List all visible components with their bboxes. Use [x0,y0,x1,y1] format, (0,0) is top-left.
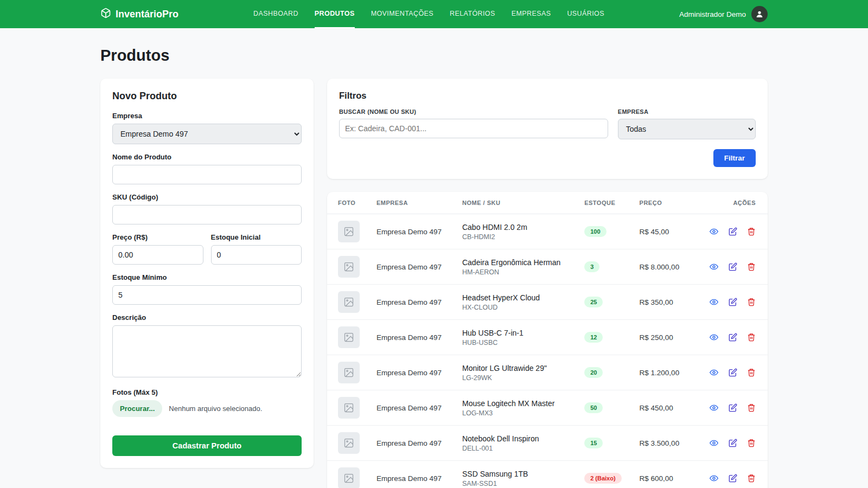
delete-button[interactable] [745,225,758,238]
edit-icon [729,262,737,271]
eye-icon [710,262,718,271]
table-row: Empresa Demo 497 Monitor LG Ultrawide 29… [327,355,768,390]
navbar: InventárioPro DASHBOARD PRODUTOS MOVIMEN… [0,0,868,28]
estoque-inicial-label: Estoque Inicial [211,233,302,241]
eye-icon [710,439,718,447]
descricao-textarea[interactable] [112,325,302,377]
row-preco: R$ 45,00 [633,214,691,249]
image-icon [343,261,354,272]
user-menu[interactable]: Administrador Demo [679,6,768,22]
edit-button[interactable] [726,260,739,273]
cadastrar-produto-button[interactable]: Cadastrar Produto [112,435,302,456]
edit-button[interactable] [726,225,739,238]
search-input[interactable] [339,119,608,138]
stock-badge: 100 [584,226,606,237]
view-button[interactable] [707,401,720,414]
view-button[interactable] [707,366,720,379]
view-button[interactable] [707,260,720,273]
stock-badge: 3 [584,261,599,272]
preco-input[interactable] [112,245,203,265]
col-foto: FOTO [327,192,370,214]
file-status-text: Nenhum arquivo selecionado. [169,404,262,413]
preco-label: Preço (R$) [112,233,203,241]
sku-input[interactable] [112,205,302,224]
file-browse-button[interactable]: Procurar... [112,400,162,417]
delete-button[interactable] [745,472,758,485]
col-empresa: EMPRESA [370,192,456,214]
edit-icon [729,227,737,236]
stock-badge-low: 2 (Baixo) [584,473,621,484]
sku-label: SKU (Código) [112,193,302,201]
row-nome: Notebook Dell Inspiron [462,434,571,443]
filters-title: Filtros [339,91,756,101]
nome-produto-input[interactable] [112,165,302,184]
table-row: Empresa Demo 497 Mouse Logitech MX Maste… [327,390,768,426]
nav-item-relatorios[interactable]: RELATÓRIOS [450,0,495,28]
image-icon [343,473,354,484]
nav-item-movimentacoes[interactable]: MOVIMENTAÇÕES [371,0,433,28]
edit-button[interactable] [726,366,739,379]
table-row: Empresa Demo 497 Notebook Dell InspironD… [327,426,768,461]
estoque-minimo-label: Estoque Mínimo [112,273,302,281]
stock-badge: 20 [584,367,603,378]
table-row: Empresa Demo 497 SSD Samsung 1TBSAM-SSD1… [327,461,768,488]
empresa-select[interactable]: Empresa Demo 497 [112,124,302,144]
eye-icon [710,474,718,483]
delete-button[interactable] [745,296,758,309]
avatar[interactable] [751,6,768,22]
eye-icon [710,298,718,306]
edit-button[interactable] [726,296,739,309]
products-table: FOTO EMPRESA NOME / SKU ESTOQUE PREÇO AÇ… [327,192,768,488]
view-button[interactable] [707,296,720,309]
row-preco: R$ 1.200,00 [633,355,691,390]
filter-empresa-select[interactable]: Todas [618,119,756,139]
trash-icon [747,227,756,236]
view-button[interactable] [707,225,720,238]
fotos-label: Fotos (Máx 5) [112,388,302,396]
row-empresa: Empresa Demo 497 [370,390,456,426]
row-sku: DELL-001 [462,445,571,452]
photo-placeholder [338,256,360,278]
nav-item-usuarios[interactable]: USUÁRIOS [567,0,604,28]
photo-placeholder [338,432,360,454]
filtrar-button[interactable]: Filtrar [713,149,756,167]
row-nome: Cadeira Ergonômica Herman [462,258,571,267]
row-nome: SSD Samsung 1TB [462,470,571,478]
edit-button[interactable] [726,472,739,485]
stock-badge: 12 [584,332,603,343]
view-button[interactable] [707,436,720,450]
trash-icon [747,403,756,412]
image-icon [343,438,354,448]
edit-button[interactable] [726,401,739,414]
row-sku: SAM-SSD1 [462,480,571,487]
row-nome: Monitor LG Ultrawide 29" [462,364,571,373]
person-icon [755,10,764,18]
edit-icon [729,403,737,412]
delete-button[interactable] [745,436,758,450]
filter-empresa-label: EMPRESA [618,108,756,115]
edit-button[interactable] [726,331,739,344]
trash-icon [747,333,756,342]
edit-button[interactable] [726,436,739,450]
delete-button[interactable] [745,260,758,273]
table-row: Empresa Demo 497 Hub USB-C 7-in-1HUB-USB… [327,320,768,355]
empresa-label: Empresa [112,112,302,120]
delete-button[interactable] [745,366,758,379]
brand-logo[interactable]: InventárioPro [100,8,178,21]
nav-item-produtos[interactable]: PRODUTOS [315,0,355,28]
view-button[interactable] [707,472,720,485]
form-title: Novo Produto [112,91,302,102]
row-sku: CB-HDMI2 [462,233,571,241]
trash-icon [747,298,756,306]
delete-button[interactable] [745,401,758,414]
estoque-inicial-input[interactable] [211,245,302,265]
eye-icon [710,403,718,412]
photo-placeholder [338,326,360,348]
view-button[interactable] [707,331,720,344]
nav-item-dashboard[interactable]: DASHBOARD [253,0,298,28]
row-sku: HUB-USBC [462,339,571,346]
nav-item-empresas[interactable]: EMPRESAS [512,0,551,28]
edit-icon [729,298,737,306]
delete-button[interactable] [745,331,758,344]
estoque-minimo-input[interactable] [112,285,302,305]
